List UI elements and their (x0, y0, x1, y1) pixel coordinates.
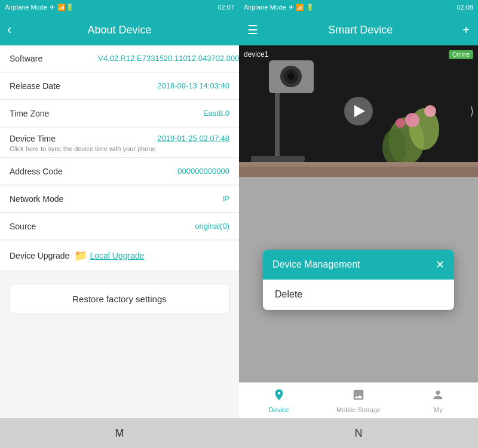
status-bar-n: Airplane Mode ✈ 📶 🔋 02:08 (239, 0, 478, 14)
back-button-m[interactable]: ‹ (7, 22, 11, 38)
svg-point-12 (424, 105, 436, 117)
camera-side-icon: ⟩ (470, 104, 474, 118)
storage-nav-label: Mobile Storage (336, 406, 381, 413)
source-row: Source original(0) (0, 213, 239, 240)
nav-bar-n: ☰ Smart Device + (239, 14, 478, 45)
release-date-row: Release Date 2018-09-13 14:03:40 (0, 73, 239, 100)
modal-header: Device Management ✕ (263, 250, 454, 280)
device-time-row[interactable]: Device Time Click here to sync the devic… (0, 128, 239, 158)
add-device-button[interactable]: + (462, 23, 470, 37)
device-time-value[interactable]: 2019-01-25 02:07:48 (157, 134, 229, 143)
device-time-left: Device Time Click here to sync the devic… (10, 134, 156, 152)
device-nav-label: Device (269, 406, 289, 413)
online-badge: Online (449, 50, 473, 59)
device-time-label: Device Time (10, 134, 156, 143)
source-value: original(0) (195, 222, 229, 231)
time-zone-value: East8.0 (203, 109, 229, 118)
bottom-nav-my[interactable]: My (399, 383, 478, 418)
airplane-mode-label-n: Airplane Mode (244, 4, 286, 11)
signal-icons-m: 📶🔋 (57, 4, 74, 11)
software-row: Software V4.02.R12.E7331520.11012.043702… (0, 45, 239, 72)
camera-feed: device1 Online ⟩ (239, 45, 478, 177)
menu-icon[interactable]: ☰ (247, 23, 258, 37)
release-date-value: 2018-09-13 14:03:40 (157, 81, 229, 90)
my-nav-label: My (434, 406, 443, 413)
screen-labels: M N (0, 418, 478, 448)
storage-nav-icon (352, 388, 365, 404)
local-upgrade-link[interactable]: Local Upgrade (90, 251, 144, 260)
restore-factory-button[interactable]: Restore factory settings (10, 284, 229, 314)
modal-overlay: Device Management ✕ Delete (239, 177, 478, 382)
source-label: Source (10, 222, 36, 231)
address-code-label: Address Code (10, 167, 63, 176)
wifi-icon-m: ✈ (50, 4, 55, 11)
smart-device-title: Smart Device (328, 24, 393, 36)
status-bar-left-m: Airplane Mode ✈ 📶🔋 (5, 4, 74, 11)
svg-point-10 (382, 129, 406, 165)
release-date-label: Release Date (10, 81, 60, 91)
label-m: M (0, 418, 239, 448)
my-nav-icon (431, 388, 445, 404)
upgrade-label: Device Upgrade (10, 251, 69, 260)
device-upgrade-row: Device Upgrade 📁 Local Upgrade (0, 241, 239, 271)
delete-option[interactable]: Delete (263, 280, 454, 310)
svg-rect-15 (239, 162, 478, 167)
bottom-nav-device[interactable]: Device (239, 383, 318, 418)
main-content-n: Device Management ✕ Delete (239, 177, 478, 382)
modal-close-button[interactable]: ✕ (436, 258, 445, 271)
time-zone-label: Time Zone (10, 109, 49, 118)
nav-bar-m: ‹ About Device (0, 14, 239, 45)
device-time-sublabel: Click here to sync the device time with … (10, 145, 156, 152)
signal-icons-n: ✈ 📶 🔋 (289, 4, 314, 11)
play-button[interactable] (344, 97, 373, 125)
folder-icon: 📁 (74, 249, 87, 262)
address-code-value: 000000000000 (177, 167, 229, 176)
time-zone-row: Time Zone East8.0 (0, 100, 239, 127)
time-n: 02:08 (456, 4, 473, 11)
restore-btn-container: Restore factory settings (0, 272, 239, 326)
label-n: N (239, 418, 478, 448)
network-mode-value: IP (222, 194, 229, 203)
bottom-nav: Device Mobile Storage My (239, 382, 478, 418)
device-management-modal: Device Management ✕ Delete (263, 250, 454, 310)
svg-point-7 (287, 73, 295, 80)
status-bar-right-m: 02:07 (217, 4, 234, 11)
bottom-nav-storage[interactable]: Mobile Storage (318, 383, 398, 418)
screen-m: Airplane Mode ✈ 📶🔋 02:07 ‹ About Device … (0, 0, 239, 418)
device-nav-icon (272, 388, 286, 404)
airplane-mode-label-m: Airplane Mode (5, 4, 47, 11)
svg-rect-2 (251, 156, 305, 162)
network-mode-label: Network Mode (10, 194, 63, 204)
status-bar-m: Airplane Mode ✈ 📶🔋 02:07 (0, 0, 239, 14)
page-title-m: About Device (87, 24, 151, 36)
svg-point-11 (405, 113, 419, 127)
address-code-row: Address Code 000000000000 (0, 158, 239, 185)
software-label: Software (10, 54, 42, 63)
svg-point-13 (396, 118, 405, 128)
software-value: V4.02.R12.E7331520.11012.043702.00000 (98, 54, 229, 63)
play-icon (354, 105, 365, 117)
network-mode-row: Network Mode IP (0, 186, 239, 213)
content-m: Software V4.02.R12.E7331520.11012.043702… (0, 45, 239, 418)
status-bar-right-n: 02:08 (456, 4, 473, 11)
status-bar-left-n: Airplane Mode ✈ 📶 🔋 (244, 4, 314, 11)
device-name-label: device1 (244, 50, 268, 59)
time-m: 02:07 (217, 4, 234, 11)
modal-title: Device Management (272, 259, 360, 270)
screen-n: Airplane Mode ✈ 📶 🔋 02:08 ☰ Smart Device… (239, 0, 478, 418)
